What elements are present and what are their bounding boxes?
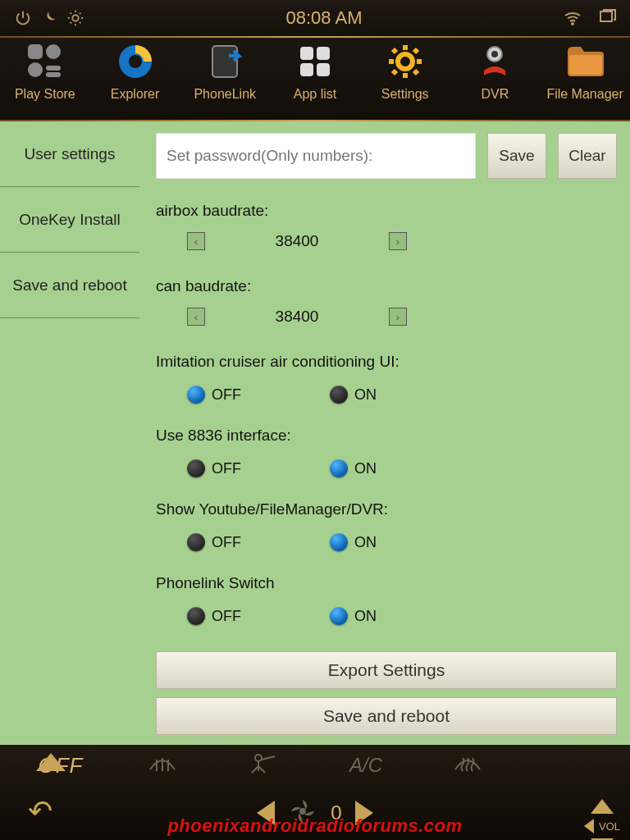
svg-point-19	[255, 755, 262, 761]
svg-point-15	[398, 54, 413, 69]
moon-icon[interactable]	[36, 5, 62, 31]
radio-on[interactable]: ON	[330, 533, 461, 551]
svg-rect-18	[569, 55, 602, 75]
app-label: File Manager	[546, 87, 623, 102]
radio-off[interactable]: OFF	[187, 386, 318, 404]
imitation-cruiser-label: Imitation cruiser air conditioning UI:	[156, 353, 617, 371]
app-label: DVR	[481, 87, 509, 102]
svg-rect-7	[46, 72, 61, 77]
ac-label[interactable]: A/C	[341, 754, 390, 777]
app-settings[interactable]: Settings	[361, 41, 449, 102]
status-bar: 08:08 AM	[0, 0, 630, 36]
svg-rect-4	[46, 44, 61, 59]
app-explorer[interactable]: Explorer	[91, 41, 179, 102]
clear-button[interactable]: Clear	[558, 133, 617, 179]
export-settings-button[interactable]: Export Settings	[156, 651, 617, 689]
radio-on[interactable]: ON	[330, 607, 461, 625]
wifi-icon[interactable]	[559, 5, 586, 31]
svg-rect-3	[28, 44, 43, 59]
phonelink-switch-label: Phonelink Switch	[156, 574, 617, 592]
airbox-baudrate-value: 38400	[276, 232, 319, 250]
can-baudrate-stepper: ‹ 38400 ›	[187, 304, 407, 330]
save-button[interactable]: Save	[487, 133, 546, 179]
svg-rect-6	[46, 66, 61, 71]
can-baudrate-value: 38400	[276, 308, 319, 326]
hvac-bar: OFF A/C ↶ 0 VOL phoen	[0, 745, 630, 840]
svg-rect-12	[317, 47, 330, 60]
chevron-left-icon[interactable]: ‹	[187, 308, 205, 326]
home-icon[interactable]	[36, 753, 66, 771]
svg-point-17	[491, 51, 498, 57]
show-youtube-label: Show Youtube/FileManager/DVR:	[156, 500, 617, 518]
app-label: Explorer	[111, 87, 160, 102]
app-label: Play Store	[15, 87, 75, 102]
windows-icon[interactable]	[594, 5, 620, 31]
air-mode-icon[interactable]	[240, 751, 289, 779]
sun-icon[interactable]	[62, 5, 89, 31]
dvr-icon	[474, 41, 515, 82]
content-panel: Save Clear airbox baudrate: ‹ 38400 › ca…	[139, 121, 630, 745]
app-phonelink[interactable]: PhoneLink	[181, 41, 269, 102]
clock-time: 08:08 AM	[89, 7, 559, 29]
svg-rect-10	[212, 46, 237, 77]
power-icon[interactable]	[10, 5, 36, 31]
sidebar: User settings OneKey Install Save and re…	[0, 121, 139, 745]
app-label: Settings	[381, 87, 429, 102]
sidebar-item-user-settings[interactable]: User settings	[0, 121, 139, 187]
radio-off[interactable]: OFF	[187, 459, 318, 477]
app-file-manager[interactable]: File Manager	[541, 41, 629, 102]
svg-point-0	[72, 15, 78, 21]
svg-rect-11	[300, 47, 313, 60]
watermark: phoenixandroidradioforums.com	[0, 815, 630, 837]
app-label: PhoneLink	[194, 87, 256, 102]
defrost-front-icon[interactable]	[138, 751, 187, 779]
svg-point-9	[129, 55, 142, 68]
password-input[interactable]	[156, 133, 476, 179]
app-list-icon	[294, 41, 336, 82]
sidebar-item-onekey-install[interactable]: OneKey Install	[0, 187, 139, 253]
can-baudrate-label: can baudrate:	[156, 277, 617, 295]
volume-up-icon[interactable]	[591, 799, 614, 814]
svg-rect-2	[600, 11, 612, 21]
chevron-left-icon[interactable]: ‹	[187, 232, 205, 250]
app-bar: Play Store Explorer PhoneLink App list S…	[0, 38, 630, 120]
airbox-baudrate-label: airbox baudrate:	[156, 202, 617, 220]
app-play-store[interactable]: Play Store	[1, 41, 89, 102]
folder-icon	[564, 41, 605, 82]
defrost-rear-icon[interactable]	[443, 751, 492, 779]
gear-icon	[385, 41, 426, 82]
use-8836-label: Use 8836 interface:	[156, 427, 617, 445]
svg-rect-13	[300, 63, 313, 76]
explorer-icon	[115, 41, 156, 82]
radio-on[interactable]: ON	[330, 386, 461, 404]
radio-on[interactable]: ON	[330, 459, 461, 477]
sidebar-item-save-reboot[interactable]: Save and reboot	[0, 253, 139, 318]
chevron-right-icon[interactable]: ›	[389, 232, 407, 250]
svg-point-1	[572, 23, 573, 25]
app-app-list[interactable]: App list	[271, 41, 358, 102]
play-store-icon	[25, 41, 66, 82]
svg-point-20	[299, 808, 306, 815]
svg-rect-14	[317, 63, 330, 76]
phonelink-icon	[204, 41, 245, 82]
app-dvr[interactable]: DVR	[451, 41, 539, 102]
svg-rect-5	[28, 62, 43, 77]
airbox-baudrate-stepper: ‹ 38400 ›	[187, 228, 407, 254]
app-label: App list	[294, 87, 336, 102]
radio-off[interactable]: OFF	[187, 607, 318, 625]
chevron-right-icon[interactable]: ›	[389, 308, 407, 326]
radio-off[interactable]: OFF	[187, 533, 318, 551]
save-and-reboot-button[interactable]: Save and reboot	[156, 697, 617, 735]
